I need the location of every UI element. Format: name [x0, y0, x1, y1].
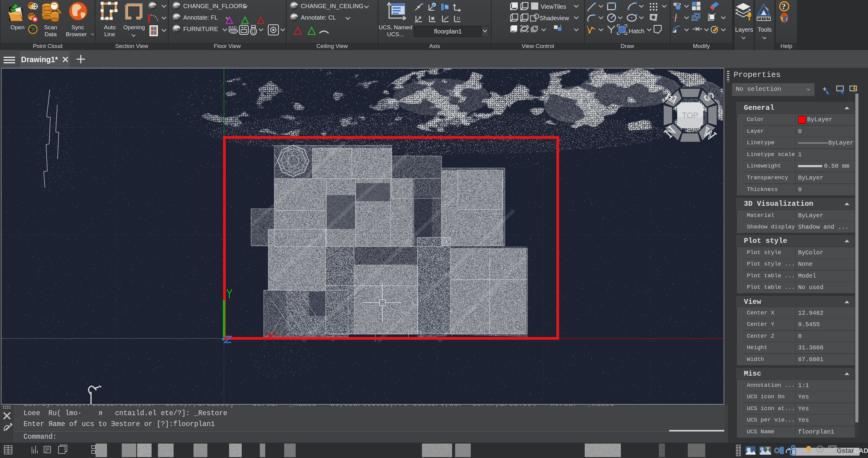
svg-text:z: z: [447, 15, 449, 19]
svg-text:RAD: RAD: [228, 25, 237, 30]
svg-text:Hatch: Hatch: [629, 28, 644, 34]
svg-text:TOP: TOP: [682, 111, 698, 120]
svg-text:floorplan1: floorplan1: [434, 28, 462, 35]
svg-text:?: ?: [782, 2, 786, 11]
